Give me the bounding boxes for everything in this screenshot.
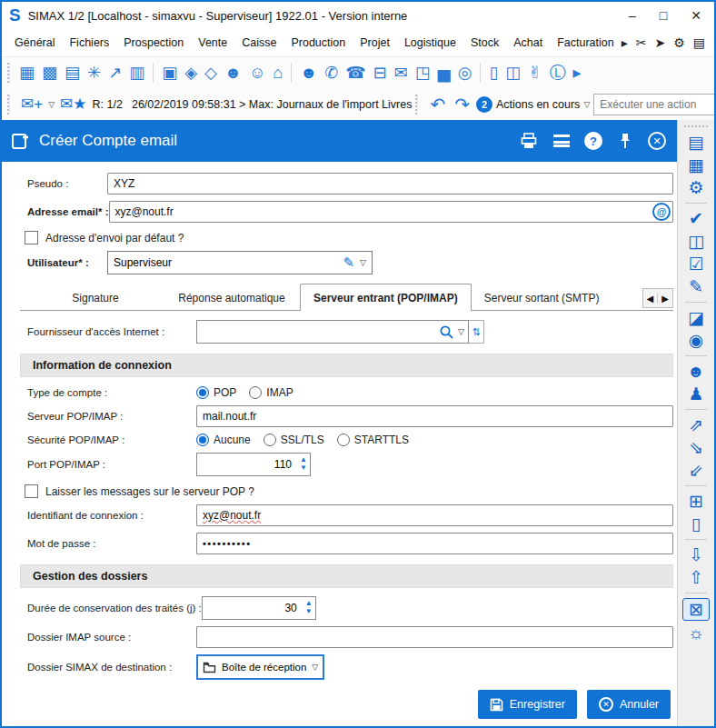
- open-email-icon[interactable]: ✉★: [58, 95, 88, 114]
- dest-folder-dropdown[interactable]: Boîte de réception ▽: [196, 654, 324, 680]
- cube-icon[interactable]: ◳: [412, 59, 434, 86]
- menu-item[interactable]: Fichiers: [62, 33, 116, 53]
- execute-action-input[interactable]: [593, 94, 714, 115]
- record-navigator[interactable]: ⇅: [469, 320, 484, 344]
- toolbar-grip[interactable]: [7, 95, 10, 115]
- radio-ssl-tls[interactable]: SSL/TLS: [264, 434, 324, 446]
- hamburger-menu-icon[interactable]: [552, 131, 572, 151]
- save-record-icon[interactable]: ◫: [682, 231, 710, 252]
- validate-icon[interactable]: ☑: [682, 254, 710, 274]
- default-send-checkbox[interactable]: [25, 231, 38, 244]
- chart-line-icon[interactable]: ↗: [104, 59, 125, 86]
- port-spinner[interactable]: 110 ▲▼: [196, 453, 311, 476]
- menu-overflow-icon[interactable]: ▸: [622, 35, 628, 50]
- list-view-icon[interactable]: ▤: [61, 59, 84, 86]
- customize-icon[interactable]: ✎: [682, 276, 710, 297]
- tag-icon[interactable]: ◇: [201, 59, 221, 86]
- retention-spinner[interactable]: 30 ▲▼: [202, 596, 316, 620]
- edit-pencil-icon[interactable]: ✎: [343, 254, 355, 271]
- apply-changes-icon[interactable]: ✔: [682, 208, 710, 229]
- user-shield-icon[interactable]: ♟: [682, 384, 710, 404]
- keep-messages-checkbox[interactable]: [25, 484, 38, 498]
- user-icon[interactable]: ☻: [682, 361, 710, 382]
- plugin-arrow-icon[interactable]: ➤: [654, 35, 665, 50]
- pseudo-input[interactable]: XYZ: [107, 173, 673, 194]
- menu-item[interactable]: Général: [7, 33, 62, 53]
- price-tag-euro-icon[interactable]: ◈: [181, 59, 201, 86]
- default-send-label[interactable]: Adresse d'envoi par défaut ?: [45, 232, 184, 244]
- planning-grid-icon[interactable]: ▩: [38, 59, 61, 86]
- separator[interactable]: [685, 302, 707, 303]
- toolbar-overflow-icon[interactable]: ▸: [569, 59, 584, 86]
- letter-doc-icon[interactable]: Ⓛ: [545, 59, 569, 86]
- chevron-down-icon[interactable]: ▽: [48, 100, 55, 109]
- radio-dot[interactable]: [249, 386, 262, 399]
- menu-item[interactable]: Achat: [506, 33, 550, 53]
- separator[interactable]: [291, 63, 292, 83]
- chevron-down-icon[interactable]: ▽: [583, 100, 590, 109]
- radio-starttls[interactable]: STARTTLS: [337, 434, 409, 446]
- collect-icon[interactable]: ⇙: [682, 460, 710, 481]
- preview-calendar-icon[interactable]: ◉: [682, 330, 710, 351]
- email-check-icon[interactable]: @: [652, 203, 671, 221]
- menu-item[interactable]: Logistique: [397, 33, 463, 53]
- separator[interactable]: [685, 593, 707, 593]
- tab-serveur-entrant[interactable]: Serveur entrant (POP/IMAP): [300, 284, 472, 311]
- toolbar-grip[interactable]: [415, 95, 418, 115]
- import-data-icon[interactable]: ⇩: [682, 544, 710, 565]
- duplicate-table-icon[interactable]: ◪: [682, 307, 710, 328]
- menu-item[interactable]: Facturation: [550, 33, 622, 53]
- sidebar-grip[interactable]: [684, 125, 708, 127]
- menu-item[interactable]: Projet: [353, 33, 397, 53]
- radio-pop[interactable]: POP: [196, 386, 236, 399]
- radio-imap[interactable]: IMAP: [249, 386, 293, 399]
- wrench-icon[interactable]: ⚙: [673, 35, 685, 50]
- stats-icon[interactable]: ▥: [125, 59, 148, 86]
- menu-item[interactable]: Vente: [191, 33, 234, 53]
- menu-item[interactable]: Caisse: [234, 33, 283, 53]
- menu-item[interactable]: Stock: [463, 33, 506, 53]
- compose-email-icon[interactable]: ✉+: [19, 95, 45, 114]
- chevron-down-icon[interactable]: ▽: [312, 663, 318, 672]
- separator[interactable]: [685, 539, 707, 540]
- burst-icon[interactable]: ✳: [84, 59, 104, 86]
- help-icon[interactable]: ?: [584, 132, 602, 150]
- new-document-icon[interactable]: ⊞: [682, 491, 710, 512]
- radio-dot[interactable]: [264, 434, 276, 446]
- separator[interactable]: [153, 63, 154, 83]
- toolbar-grip[interactable]: [7, 63, 10, 83]
- separator[interactable]: [480, 63, 481, 83]
- imap-folder-input[interactable]: [196, 626, 673, 648]
- separator[interactable]: [685, 203, 707, 204]
- menu-item[interactable]: Production: [283, 33, 353, 53]
- radio-dot[interactable]: [196, 386, 209, 399]
- menu-item[interactable]: Prospection: [116, 33, 191, 53]
- redo-icon[interactable]: ↷: [452, 95, 472, 115]
- workshop-icon[interactable]: ⊠: [682, 598, 710, 621]
- shop-icon[interactable]: ⌂: [269, 59, 286, 86]
- tab-scroll-right-icon[interactable]: ▶: [657, 294, 672, 304]
- pin-icon[interactable]: [615, 131, 635, 151]
- radio-dot[interactable]: [196, 434, 209, 446]
- phone-outgoing-icon[interactable]: ✆: [321, 59, 342, 86]
- tab-serveur-sortant[interactable]: Serveur sortant (SMTP): [472, 286, 612, 310]
- radio-aucune[interactable]: Aucune: [196, 434, 251, 446]
- idea-bulb-icon[interactable]: ☼: [682, 623, 710, 643]
- chevron-down-icon[interactable]: ▽: [360, 258, 366, 267]
- chart-bar-icon[interactable]: ▅: [434, 59, 454, 86]
- target-icon[interactable]: ◎: [454, 59, 476, 86]
- close-panel-icon[interactable]: ✕: [648, 132, 666, 150]
- document-icon[interactable]: ▯: [485, 59, 502, 86]
- save-button[interactable]: Enregistrer: [478, 690, 577, 719]
- document-icon[interactable]: ▯: [682, 514, 710, 534]
- parcel-icon[interactable]: ◫: [502, 59, 524, 86]
- export-data-icon[interactable]: ⇧: [682, 567, 710, 588]
- form-view-icon[interactable]: ▤: [682, 132, 710, 153]
- group-icon[interactable]: ☺: [245, 59, 269, 86]
- undo-icon[interactable]: ↶: [427, 95, 448, 115]
- notepad-settings-icon[interactable]: ▤: [693, 35, 705, 50]
- keep-messages-label[interactable]: Laisser les messages sur le serveur POP …: [45, 485, 254, 498]
- grid-view-icon[interactable]: ▦: [682, 155, 710, 175]
- phone-incoming-icon[interactable]: ☎: [342, 59, 369, 86]
- tab-scroll-left-icon[interactable]: ◀: [643, 294, 658, 304]
